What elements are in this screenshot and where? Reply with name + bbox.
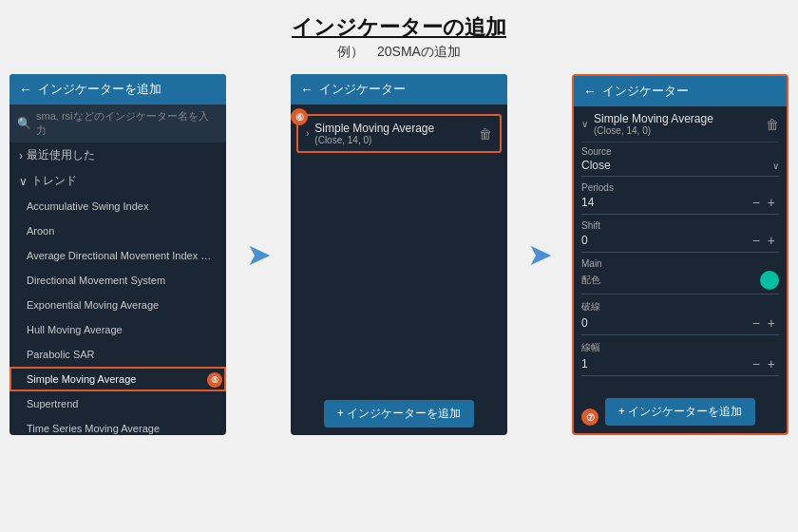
panel2-add-btn[interactable]: + インジケーターを追加 — [324, 400, 474, 428]
source-value[interactable]: Close — [581, 159, 772, 172]
list-item-3[interactable]: Directional Movement System — [10, 268, 226, 293]
main-label: Main — [581, 258, 779, 269]
periods-plus[interactable]: + — [764, 195, 779, 210]
color-label: 配色 — [581, 274, 760, 287]
opacity-value-row: 0 − + — [581, 315, 779, 335]
list-item-sma[interactable]: Simple Moving Average ⑤ — [10, 367, 226, 391]
opacity-value: 0 — [581, 316, 749, 330]
page-title: インジケーターの追加 — [292, 13, 506, 42]
main-group: Main 配色 — [581, 258, 779, 294]
trend-chevron: ∨ — [19, 175, 28, 188]
recent-section[interactable]: › 最近使用した — [10, 142, 226, 168]
panel1-header-title: インジケーターを追加 — [38, 81, 162, 98]
exp-delete-icon[interactable]: 🗑 — [766, 117, 779, 132]
panel3-add-btn[interactable]: + インジケーターを追加 — [605, 398, 755, 426]
color-row: 配色 — [581, 271, 779, 294]
panel3-header-title: インジケーター — [602, 83, 689, 100]
shift-plus[interactable]: + — [764, 233, 779, 248]
indicator-info: Simple Moving Average (Close, 14, 0) — [314, 122, 479, 145]
width-label: 線幅 — [581, 341, 779, 354]
opacity-minus[interactable]: − — [749, 315, 764, 331]
list-item-1[interactable]: Aroon — [10, 218, 226, 243]
opacity-plus[interactable]: + — [764, 315, 779, 331]
list-item-0[interactable]: Accumulative Swing Index — [10, 194, 226, 218]
width-plus[interactable]: + — [764, 356, 779, 371]
source-group: Source Close ∨ — [581, 146, 779, 177]
badge-7: ⑦ — [581, 408, 598, 426]
periods-label: Periods — [581, 182, 779, 193]
arrow-icon-2: ➤ — [527, 237, 553, 273]
panel3-footer: + インジケーターを追加 ⑦ — [574, 390, 787, 433]
shift-group: Shift 0 − + — [581, 220, 779, 253]
opacity-label: 破線 — [581, 300, 779, 314]
indicator-row-sma[interactable]: › Simple Moving Average (Close, 14, 0) 🗑… — [296, 114, 502, 153]
list-item-4[interactable]: Exponential Moving Average — [10, 293, 226, 317]
panel-add-indicator: ← インジケーターを追加 🔍 sma, rsiなどのインジケーター名を入力 › … — [10, 74, 226, 435]
shift-value-row: 0 − + — [581, 233, 779, 253]
periods-group: Periods 14 − + — [581, 182, 779, 215]
periods-minus[interactable]: − — [749, 195, 764, 210]
width-minus[interactable]: − — [749, 356, 764, 371]
trend-label: トレンド — [31, 173, 77, 189]
list-item-8[interactable]: Time Series Moving Average — [10, 416, 226, 435]
shift-label: Shift — [581, 220, 779, 231]
arrow-1: ➤ — [236, 237, 281, 273]
recent-chevron: › — [19, 149, 23, 162]
list-item-2[interactable]: Average Directional Movement Index Ratin… — [10, 243, 226, 268]
badge-6: ⑥ — [291, 108, 308, 125]
indicator-params: (Close, 14, 0) — [314, 135, 479, 145]
panel2-header: ← インジケーター — [291, 74, 507, 104]
list-item-7[interactable]: Supertrend — [10, 391, 226, 416]
indicator-chevron: › — [306, 128, 309, 139]
panel2-back-arrow[interactable]: ← — [300, 82, 314, 97]
recent-label: 最近使用した — [27, 147, 95, 163]
panel1-back-arrow[interactable]: ← — [19, 82, 32, 97]
page-subtitle: 例） 20SMAの追加 — [292, 44, 506, 61]
panel2-header-title: インジケーター — [319, 81, 406, 98]
delete-indicator-icon[interactable]: 🗑 — [479, 126, 492, 142]
shift-minus[interactable]: − — [749, 233, 764, 248]
panel-indicator-list: ← インジケーター › Simple Moving Average (Close… — [291, 74, 507, 435]
expand-chevron: ∨ — [581, 119, 588, 129]
source-label: Source — [581, 146, 779, 157]
arrow-icon-1: ➤ — [246, 237, 272, 273]
list-item-6[interactable]: Parabolic SAR — [10, 342, 226, 367]
exp-indicator-info: Simple Moving Average (Close, 14, 0) — [594, 112, 766, 136]
panel2-content: › Simple Moving Average (Close, 14, 0) 🗑… — [291, 104, 507, 392]
shift-value: 0 — [581, 234, 749, 247]
width-value: 1 — [581, 357, 749, 370]
panel2-footer: + インジケーターを追加 — [291, 392, 507, 435]
indicator-name: Simple Moving Average — [314, 122, 479, 135]
expanded-indicator-row[interactable]: ∨ Simple Moving Average (Close, 14, 0) 🗑 — [581, 106, 779, 142]
width-group: 線幅 1 − + — [581, 341, 779, 376]
periods-value-row: 14 − + — [581, 195, 779, 215]
color-picker[interactable] — [760, 271, 779, 290]
source-chevron: ∨ — [772, 161, 779, 171]
source-value-row[interactable]: Close ∨ — [581, 159, 779, 177]
settings-scroll: ∨ Simple Moving Average (Close, 14, 0) 🗑… — [574, 106, 787, 390]
panel3-back-arrow[interactable]: ← — [583, 84, 597, 99]
search-row[interactable]: 🔍 sma, rsiなどのインジケーター名を入力 — [10, 104, 226, 142]
search-icon: 🔍 — [17, 117, 31, 130]
periods-value: 14 — [581, 196, 749, 209]
panel1-header: ← インジケーターを追加 — [10, 74, 226, 104]
search-placeholder: sma, rsiなどのインジケーター名を入力 — [36, 109, 218, 138]
panel-indicator-settings: ← インジケーター ∨ Simple Moving Average (Close… — [572, 74, 788, 435]
panel1-list: › 最近使用した ∨ トレンド Accumulative Swing Index… — [10, 142, 226, 435]
width-value-row: 1 − + — [581, 356, 779, 376]
list-item-5[interactable]: Hull Moving Average — [10, 317, 226, 342]
badge-5: ⑤ — [207, 372, 222, 388]
arrow-2: ➤ — [517, 237, 562, 273]
trend-section[interactable]: ∨ トレンド — [10, 168, 226, 194]
exp-indicator-name: Simple Moving Average — [594, 112, 766, 125]
panel3-header: ← インジケーター — [574, 76, 787, 106]
exp-indicator-params: (Close, 14, 0) — [594, 125, 766, 136]
opacity-group: 破線 0 − + — [581, 300, 779, 335]
